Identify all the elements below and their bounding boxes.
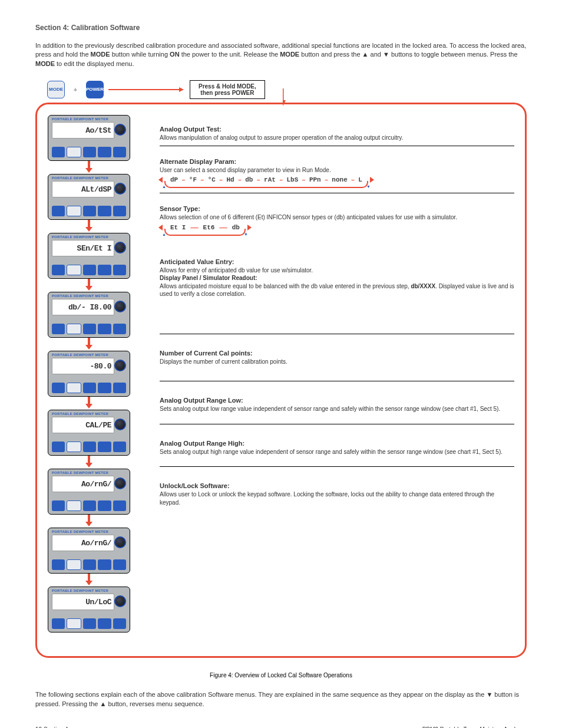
device-button[interactable]: [98, 147, 111, 157]
device-button[interactable]: [52, 265, 65, 275]
page-title: Section 4: Calibration Software: [35, 24, 527, 32]
device-knob[interactable]: [114, 360, 126, 371]
device-button[interactable]: [113, 442, 126, 452]
cycle-loop-line: [170, 187, 362, 188]
cycle-right-arrow-icon: [246, 228, 252, 233]
device-button[interactable]: [98, 442, 111, 452]
device-panel: PORTABLE DEWPOINT METER CAL/PE: [48, 410, 130, 456]
device-button[interactable]: [67, 324, 81, 334]
device-button[interactable]: [83, 265, 96, 275]
device-button[interactable]: [113, 500, 126, 511]
device-panel: PORTABLE DEWPOINT METER SEn/Et I: [48, 233, 130, 279]
separator: [160, 424, 514, 424]
device-button-row: [52, 500, 126, 511]
device-button[interactable]: [113, 383, 126, 393]
device-button[interactable]: [98, 383, 111, 393]
device-button[interactable]: [67, 265, 81, 275]
mode-button[interactable]: MODE: [47, 81, 65, 98]
device-knob[interactable]: [114, 595, 126, 607]
device-knob[interactable]: [114, 183, 126, 195]
device-button[interactable]: [83, 324, 96, 334]
separator: [160, 193, 514, 193]
device-button[interactable]: [52, 324, 65, 334]
device-button[interactable]: [113, 618, 126, 629]
device-button[interactable]: [52, 383, 65, 393]
device-panel: PORTABLE DEWPOINT METER Ao/tSt: [48, 115, 130, 161]
device-button[interactable]: [52, 500, 65, 511]
sensor-opt: Et6: [203, 224, 215, 231]
arrow-to-holdbox: [108, 87, 185, 93]
device-button[interactable]: [83, 147, 96, 157]
device-knob[interactable]: [114, 124, 126, 136]
device-knob[interactable]: [114, 242, 126, 253]
alt-display-option: rAt: [264, 176, 276, 183]
device-knob[interactable]: [114, 301, 126, 312]
device-panel: PORTABLE DEWPOINT METER ALt/dSP: [48, 174, 130, 220]
block-head-6: Analog Output Range High:: [160, 440, 514, 447]
device-button[interactable]: [52, 618, 65, 629]
device-button[interactable]: [52, 559, 65, 570]
block-desc-0: Allows manipulation of analog output to …: [160, 134, 514, 142]
alt-display-option: PPn: [309, 176, 321, 183]
device-button[interactable]: [113, 559, 126, 570]
device-button[interactable]: [67, 442, 81, 452]
block-head-1: Alternate Display Param:: [160, 158, 514, 165]
down-arrow-icon: [88, 220, 90, 230]
down-arrow-icon: [88, 338, 90, 348]
block-desc-3: Allows for entry of anticipated db value…: [160, 266, 514, 298]
down-arrow-icon: [88, 279, 90, 289]
device-button[interactable]: [83, 500, 96, 511]
device-button[interactable]: [67, 206, 81, 216]
down-arrow-icon: [88, 397, 90, 407]
block-head-2: Sensor Type:: [160, 205, 514, 212]
device-title: PORTABLE DEWPOINT METER: [48, 528, 130, 535]
alt-display-option: LbS: [286, 176, 298, 183]
device-button[interactable]: [83, 206, 96, 216]
power-button[interactable]: POWER: [86, 81, 104, 98]
device-button[interactable]: [67, 500, 81, 511]
device-button[interactable]: [113, 147, 126, 157]
device-button-row: [52, 559, 126, 570]
device-button[interactable]: [67, 147, 81, 157]
device-button[interactable]: [67, 383, 81, 393]
separator: [160, 146, 514, 146]
device-button[interactable]: [52, 147, 65, 157]
device-button[interactable]: [98, 265, 111, 275]
device-button-row: [52, 442, 126, 452]
device-button[interactable]: [83, 383, 96, 393]
device-button[interactable]: [98, 618, 111, 629]
device-button[interactable]: [98, 324, 111, 334]
device-button[interactable]: [98, 500, 111, 511]
block-desc-1: User can select a second display paramet…: [160, 166, 514, 174]
block-head-7: Unlock/Lock Software:: [160, 482, 514, 489]
device-button[interactable]: [83, 618, 96, 629]
device-lcd: Ao/tSt: [52, 122, 114, 139]
separator: [160, 466, 514, 467]
device-button[interactable]: [98, 206, 111, 216]
device-button[interactable]: [113, 206, 126, 216]
device-button[interactable]: [52, 442, 65, 452]
device-title: PORTABLE DEWPOINT METER: [48, 351, 130, 358]
device-button[interactable]: [83, 442, 96, 452]
figure-caption: Figure 4: Overview of Locked Cal Softwar…: [35, 672, 527, 678]
device-button-row: [52, 324, 126, 334]
device-button[interactable]: [83, 559, 96, 570]
device-button[interactable]: [67, 559, 81, 570]
device-button-row: [52, 383, 126, 393]
alt-display-options: ▲ dP–°F–°C–Hd–db–rAt–LbS–PPn–none–L ▼: [160, 176, 514, 183]
down-arrow-icon: [88, 161, 90, 172]
device-knob[interactable]: [114, 536, 126, 548]
device-knob[interactable]: [114, 477, 126, 489]
device-button[interactable]: [98, 559, 111, 570]
device-lcd: db/- I8.00: [52, 299, 114, 315]
block-desc-5: Sets analog output low range value indep…: [160, 405, 514, 413]
device-button[interactable]: [52, 206, 65, 216]
device-button[interactable]: [113, 265, 126, 275]
device-button[interactable]: [67, 618, 81, 629]
closing-text: The following sections explain each of t…: [35, 690, 527, 709]
device-knob[interactable]: [114, 419, 126, 430]
separator: [160, 381, 514, 381]
device-button[interactable]: [113, 324, 126, 334]
alt-display-option: Hd: [226, 176, 234, 183]
block-desc-7: Allows user to Lock or unlock the keypad…: [160, 490, 514, 506]
